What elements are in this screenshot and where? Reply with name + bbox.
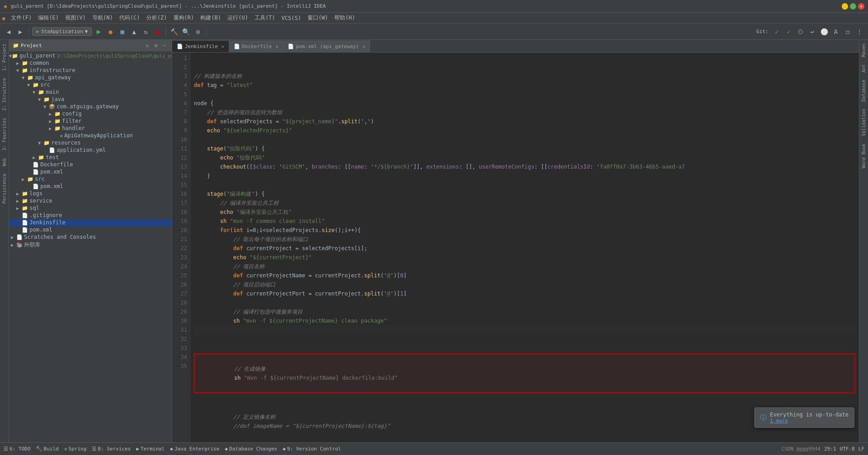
tree-item-gitignore[interactable]: ► 📄 .gitignore [9,212,172,219]
tab-close-jenkinsfile[interactable]: ✕ [222,44,224,49]
tree-item-test[interactable]: ▶ 📁 test [9,154,172,161]
menu-run[interactable]: 运行(U) [225,13,251,23]
settings-button[interactable]: ⚙ [193,27,203,37]
menu-refactor[interactable]: 重构(R) [171,13,197,23]
restart-button[interactable]: ↻ [141,27,151,37]
menu-vcs[interactable]: VCS(S) [279,14,304,22]
line-numbers: 1234567891011121314151617181920212223242… [172,53,190,442]
tree-item-scratches[interactable]: ▶ 📄 Scratches and Consoles [9,233,172,241]
panel-project[interactable]: 1: Project [1,42,8,73]
git-more-button[interactable]: ⋮ [854,27,864,37]
close-button[interactable]: ✕ [858,3,864,10]
tree-item-dockerfile[interactable]: ► 📄 Dockerfile [9,161,172,168]
tree-item-src-1[interactable]: ▼ 📁 src [9,81,172,88]
git-check2-button[interactable]: ✓ [784,27,794,37]
line-ending-indicator[interactable]: LF [858,446,864,452]
line-col-indicator[interactable]: 29:1 [824,446,836,452]
tree-item-resources[interactable]: ▼ 📁 resources [9,139,172,146]
back-button[interactable]: ◀ [4,27,14,37]
code-area[interactable]: // 构建版本的名称 def tag = "latest" node { // … [190,53,859,442]
menu-help[interactable]: 帮助(H) [332,13,358,23]
search-everywhere[interactable]: 🔍 [181,27,191,37]
tree-item-pom-src[interactable]: ► 📄 pom.xml [9,183,172,190]
folder-icon: 📁 [38,155,44,160]
status-terminal[interactable]: ▶ Terminal [136,446,165,452]
build-button[interactable]: 🔨 [169,27,179,37]
tab-close-pom[interactable]: ✕ [362,44,365,49]
status-services[interactable]: ☰ 8: Services [92,446,131,452]
xml-icon: 📄 [33,169,39,175]
tree-item-sql[interactable]: ▶ 📁 sql [9,204,172,212]
profile-button[interactable]: ▲ [129,27,139,37]
menu-view[interactable]: 视图(V) [63,13,89,23]
project-sync-button[interactable]: ↻ [144,42,151,49]
tree-item-java[interactable]: ▼ 📁 java [9,96,172,103]
todo-label: 6: TODO [10,446,30,452]
tree-item-pom-api-gateway[interactable]: ► 📄 pom.xml [9,168,172,175]
panel-persistence[interactable]: Persistence [1,172,8,205]
tab-pom-xml[interactable]: 📄 pom.xml (api_gateway) ✕ [283,40,370,52]
tree-item-logs[interactable]: ▶ 📁 logs [9,190,172,197]
tab-dockerfile[interactable]: 📄 Dockerfile ✕ [229,40,283,52]
panel-database[interactable]: Database [860,78,867,103]
tree-item-pom-root[interactable]: ► 📄 pom.xml [9,226,172,233]
debug-button[interactable]: ● [106,27,116,37]
tree-item-root[interactable]: ▼ 📁 guli_parent D:\IdeaProjects\guliSpri… [9,52,172,59]
forward-button[interactable]: ▶ [15,27,25,37]
menu-window[interactable]: 窗口(W) [305,13,331,23]
tree-item-package[interactable]: ▼ 📦 com.atguigu.gateway [9,103,172,110]
coverage-button[interactable]: ■ [117,27,127,37]
tree-item-infrastructure[interactable]: ▼ 📁 infrastructure [9,67,172,74]
project-settings-button[interactable]: ⚙ [152,42,159,49]
status-build[interactable]: 🔨 Build [36,446,58,452]
tree-item-jenkinsfile[interactable]: ► 📄 Jenkinsfile [9,219,172,226]
git-translate-button[interactable]: A [831,27,841,37]
panel-structure[interactable]: 2: Structure [1,76,8,112]
git-branch-button[interactable]: ⚪ [819,27,829,37]
tab-jenkinsfile[interactable]: 📄 Jenkinsfile ✕ [172,40,229,52]
stop-button[interactable]: ■ [153,27,163,37]
git-clock-button[interactable]: ⏲ [796,27,805,37]
tree-item-filter[interactable]: ▶ 📁 filter [9,117,172,125]
tree-item-service[interactable]: ▶ 📁 service [9,197,172,204]
tree-item-main[interactable]: ▼ 📁 main [9,88,172,96]
tree-item-api-gateway-app[interactable]: ► ◆ ApiGatewayApplication [9,132,172,139]
menu-build[interactable]: 构建(B) [198,13,224,23]
status-db-changes[interactable]: ◆ Database Changes [225,446,277,452]
status-spring[interactable]: ◆ Spring [64,446,86,452]
status-version-control[interactable]: ◆ 9: Version Control [283,446,341,452]
menu-analyze[interactable]: 分析(Z) [144,13,170,23]
panel-validation[interactable]: Validation [860,107,867,138]
run-config-selector[interactable]: ▶ StaApplication ▼ [32,27,92,36]
panel-web[interactable]: Web [1,156,8,168]
encoding-indicator[interactable]: UTF-8 [840,446,855,452]
status-java-enterprise[interactable]: ◆ Java Enterprise [170,446,219,452]
menu-file[interactable]: 文件(F) [8,13,34,23]
panel-maven[interactable]: Maven [860,42,867,59]
git-undo-button[interactable]: ↩ [807,27,817,37]
status-todo[interactable]: ☰ 6: TODO [4,446,30,452]
tree-item-api-gateway[interactable]: ▼ 📁 api_gateway [9,74,172,81]
panel-favorites[interactable]: 3: Favorites [1,116,8,152]
maximize-button[interactable]: ◻ [850,3,856,10]
tree-item-handler[interactable]: ▶ 📁 handler [9,125,172,132]
tree-item-external-libs[interactable]: ▶ 📚 外部库 [9,241,172,249]
panel-word-book[interactable]: Word Book [860,142,867,170]
tree-item-config[interactable]: ▶ 📁 config [9,110,172,117]
menu-tools[interactable]: 工具(T) [252,13,278,23]
tree-item-common[interactable]: ▶ 📁 common [9,59,172,67]
git-check-button[interactable]: ✓ [772,27,782,37]
tab-close-dockerfile[interactable]: ✕ [275,44,278,49]
git-expand-button[interactable]: ◻ [843,27,853,37]
menu-navigate[interactable]: 导航(N) [90,13,116,23]
menu-edit[interactable]: 编辑(E) [35,13,62,23]
menu-code[interactable]: 代码(C) [116,13,143,23]
panel-ant[interactable]: Ant [860,63,867,74]
gitignore-icon: 📄 [22,213,28,218]
tree-item-src-2[interactable]: ▶ 📁 src [9,175,172,183]
minimize-button[interactable]: ─ [842,3,848,10]
tree-item-application-yml[interactable]: ► 📄 application.yml [9,146,172,154]
notification-more[interactable]: 1 more [770,418,849,424]
project-close-button[interactable]: − [161,42,168,49]
run-button[interactable]: ▶ [94,27,104,37]
